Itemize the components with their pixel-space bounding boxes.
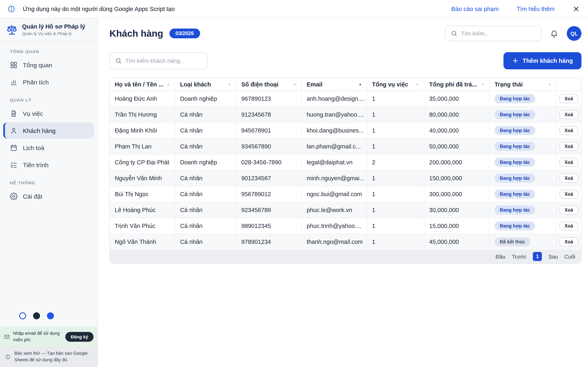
delete-button[interactable]: Xoá	[560, 237, 578, 246]
customer-phone: 945678901	[236, 123, 302, 138]
pagination-current-page[interactable]: 1	[533, 252, 542, 261]
delete-button[interactable]: Xoá	[560, 174, 578, 183]
global-search-input[interactable]	[461, 30, 536, 37]
mail-icon	[4, 334, 10, 340]
customer-total-cases: 1	[367, 107, 424, 122]
sidebar-item-phan-tich[interactable]: Phân tích	[3, 74, 94, 90]
report-abuse-link[interactable]: Báo cáo sai phạm	[451, 6, 499, 12]
customer-phone: 956789012	[236, 186, 302, 202]
customer-name: Nguyễn Văn Minh	[110, 170, 175, 186]
customer-type: Cá nhân	[175, 107, 236, 122]
email-promo: Nhập email để sử dụng miễn phí. Đăng ký	[0, 327, 98, 347]
sidebar-item-khach-hang[interactable]: Khách hàng	[3, 122, 94, 139]
table-row: Ngô Văn ThànhCá nhân978901234thanh.ngo@m…	[110, 234, 581, 250]
delete-button[interactable]: Xoá	[560, 126, 578, 135]
customer-total-paid: 300,000,000	[424, 186, 490, 202]
customer-phone: 923456789	[236, 202, 302, 218]
customer-type: Cá nhân	[175, 186, 236, 202]
pagination-next-button[interactable]: Sau	[548, 253, 558, 259]
delete-button[interactable]: Xoá	[560, 158, 578, 167]
customer-email: huong.tran@yahoo....	[302, 107, 367, 122]
customer-type: Cá nhân	[175, 123, 236, 138]
status-badge: Đang hợp tác	[494, 221, 535, 230]
app-logo-block: Quản lý Hồ sơ Pháp lý Quản lý Vụ việc & …	[0, 18, 98, 42]
customer-status-cell: Đang hợp tác	[490, 91, 557, 106]
column-header[interactable]: Tổng phí đã trả...▲	[424, 78, 490, 91]
add-customer-button[interactable]: Thêm khách hàng	[503, 52, 581, 69]
customer-name: Công ty CP Đại Phát	[110, 155, 175, 170]
customer-name: Hoàng Đức Anh	[110, 91, 175, 106]
app-window: Ứng dụng này do một người dùng Google Ap…	[0, 0, 588, 367]
delete-cell: Xoá	[557, 91, 581, 106]
delete-button[interactable]: Xoá	[560, 206, 578, 215]
customer-status-cell: Đang hợp tác	[490, 186, 557, 202]
customer-total-cases: 1	[367, 123, 424, 138]
customer-email: legal@daiphat.vn	[302, 155, 367, 170]
sidebar-item-cai-dat[interactable]: Cài đặt	[3, 188, 94, 204]
delete-cell: Xoá	[557, 107, 581, 122]
column-header-label: Loại khách	[180, 81, 211, 87]
customer-email: khoi.dang@busines...	[302, 123, 367, 138]
customer-email: ngoc.bui@gmail.com	[302, 186, 367, 202]
pagination-first-button[interactable]: Đầu	[495, 253, 505, 259]
theme-light-dot[interactable]	[19, 312, 26, 319]
theme-blue-dot[interactable]	[47, 312, 54, 319]
scales-icon	[6, 24, 18, 36]
column-header[interactable]: Số điện thoại▲	[236, 78, 302, 91]
sidebar-item-vu-viec[interactable]: Vụ việc	[3, 105, 94, 122]
learn-more-link[interactable]: Tìm hiểu thêm	[517, 6, 554, 12]
table-row: Đặng Minh KhôiCá nhân945678901khoi.dang@…	[110, 123, 581, 139]
delete-button[interactable]: Xoá	[560, 94, 578, 103]
delete-cell: Xoá	[557, 202, 581, 218]
sidebar-item-label: Lịch toà	[23, 144, 44, 151]
column-header[interactable]: Tổng vụ việc▲	[367, 78, 424, 91]
customer-type: Doanh nghiệp	[175, 91, 236, 106]
delete-button[interactable]: Xoá	[560, 190, 578, 199]
avatar[interactable]: QL	[567, 26, 581, 41]
info-icon	[7, 5, 16, 13]
sidebar-item-lich-toa[interactable]: Lịch toà	[3, 140, 94, 156]
sidebar-item-tien-trinh[interactable]: Tiến trình	[3, 157, 94, 173]
delete-button[interactable]: Xoá	[560, 142, 578, 151]
customer-search-input[interactable]	[125, 58, 202, 64]
apps-script-banner: Ứng dụng này do một người dùng Google Ap…	[0, 0, 588, 18]
customer-total-paid: 200,000,000	[424, 155, 490, 170]
delete-button[interactable]: Xoá	[560, 110, 578, 119]
status-badge: Đang hợp tác	[494, 126, 535, 135]
sidebar-section-label: HỆ THỐNG	[10, 180, 91, 185]
customers-table: Họ và tên / Tên ...▲Loại khách▲Số điện t…	[109, 77, 581, 264]
pagination-prev-button[interactable]: Trước	[512, 253, 526, 259]
delete-column-header	[557, 78, 581, 91]
sidebar-item-label: Cài đặt	[23, 193, 42, 200]
theme-dark-dot[interactable]	[33, 312, 40, 319]
customer-total-paid: 15,000,000	[424, 218, 490, 234]
close-banner-button[interactable]	[572, 5, 580, 12]
sidebar-item-tong-quan[interactable]: Tổng quan	[3, 57, 94, 73]
delete-cell: Xoá	[557, 170, 581, 186]
customer-total-cases: 1	[367, 218, 424, 234]
customer-name: Đặng Minh Khôi	[110, 123, 175, 138]
customer-email: thanh.ngo@mail.com	[302, 234, 367, 250]
pagination-last-button[interactable]: Cuối	[564, 253, 576, 259]
delete-button[interactable]: Xoá	[560, 221, 578, 230]
table-row: Công ty CP Đại PhátDoanh nghiệp028-3456-…	[110, 155, 581, 170]
page-title: Khách hàng	[109, 28, 163, 39]
customer-status-cell: Đã kết thúc	[490, 234, 557, 250]
customer-name: Ngô Văn Thành	[110, 234, 175, 250]
preview-note-text: Bản xem thử — Tạo bản sao Google Sheets …	[14, 350, 93, 363]
customer-type: Cá nhân	[175, 234, 236, 250]
delete-cell: Xoá	[557, 234, 581, 250]
column-header[interactable]: Email▲	[302, 78, 367, 91]
customers-toolbar: Thêm khách hàng	[109, 52, 581, 69]
main-content: Khách hàng 03/2026 QL Thêm khách hàng	[98, 18, 588, 367]
table-pagination: Đầu Trước 1 Sau Cuối	[110, 250, 581, 263]
column-header[interactable]: Trạng thái▲	[490, 78, 557, 91]
register-button[interactable]: Đăng ký	[65, 332, 94, 342]
document-icon	[10, 109, 17, 117]
column-header[interactable]: Loại khách▲	[175, 78, 236, 91]
period-badge: 03/2026	[169, 29, 200, 38]
notifications-button[interactable]	[546, 26, 562, 41]
customer-name: Lê Hoàng Phúc	[110, 202, 175, 218]
column-header[interactable]: Họ và tên / Tên ...▲	[110, 78, 175, 91]
gear-icon	[10, 192, 17, 200]
